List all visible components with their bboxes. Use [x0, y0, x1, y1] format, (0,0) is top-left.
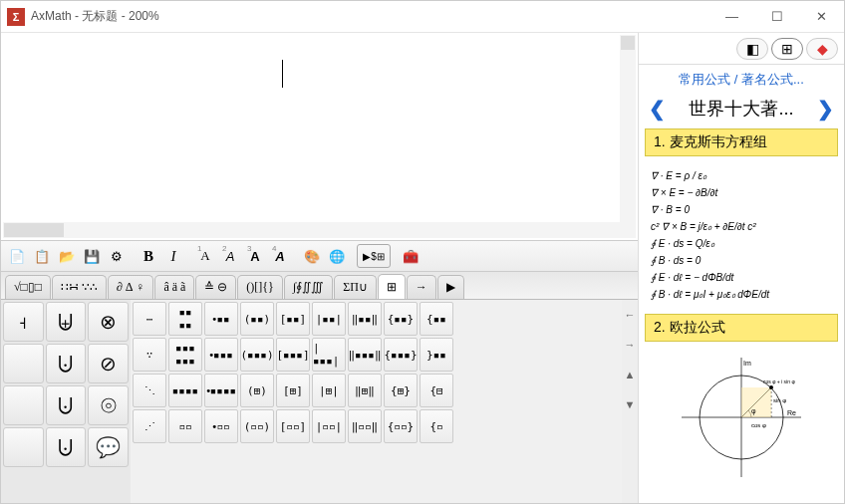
tag-tool-button[interactable]: ◆	[806, 38, 838, 60]
toolbox-button[interactable]: 🧰	[399, 244, 422, 268]
palette-scroll[interactable]: ← → ▲ ▼	[622, 300, 638, 503]
italic-button[interactable]: I	[161, 244, 185, 268]
close-button[interactable]: ✕	[799, 1, 844, 33]
tab-stacks[interactable]: ≙ ⊖	[195, 275, 236, 299]
matrix-template[interactable]: |▫▫|	[312, 409, 346, 443]
symbol-cell[interactable]: ⨃	[46, 385, 87, 425]
matrix-template[interactable]: ⋱	[133, 374, 166, 407]
matrix-template[interactable]: (▪▪▪)	[240, 338, 274, 372]
tab-matrices[interactable]: ⊞	[378, 274, 406, 299]
matrix-template[interactable]: {⊞}	[384, 374, 418, 407]
matrix-template[interactable]: (⊞)	[240, 374, 274, 407]
matrix-template[interactable]: ‖▪▪▪‖	[348, 338, 382, 372]
nav-prev-button[interactable]: ❮	[645, 97, 670, 121]
tab-templates[interactable]: √□▯□	[5, 275, 51, 299]
matrix-template[interactable]: |▪▪▪|	[312, 338, 346, 372]
matrix-template[interactable]: |⊞|	[312, 374, 346, 407]
symbol-cell[interactable]: ⨃	[46, 344, 87, 383]
tab-more[interactable]: ▶	[437, 275, 464, 299]
editor-vscrollbar[interactable]	[620, 35, 636, 238]
matrix-template[interactable]: ‖▪▪‖	[348, 302, 382, 336]
svg-text:Re: Re	[787, 409, 796, 416]
tab-accents[interactable]: â ä ã	[154, 275, 194, 299]
symbol-tabs: √□▯□ ∷∺ ∵∴ ∂ ∆ ♀ â ä ã ≙ ⊖ ()[]{} ∫∮∬∭ Σ…	[1, 272, 638, 300]
section-euler[interactable]: 2. 欧拉公式	[645, 314, 838, 342]
new-document-button[interactable]: 📄	[5, 244, 29, 268]
symbol-cell[interactable]: ⨄	[46, 302, 87, 342]
tab-sums[interactable]: ΣΠ∪	[334, 275, 377, 299]
symbol-cell[interactable]	[3, 385, 44, 425]
text-cursor	[282, 60, 283, 88]
matrix-template[interactable]: [▪▪▪]	[276, 338, 310, 372]
matrix-template[interactable]: {▫▫}	[384, 409, 418, 443]
section-maxwell[interactable]: 1. 麦克斯韦方程组	[645, 128, 838, 156]
main-toolbar: 📄 📋 📂 💾 ⚙ B I 1A 2A 3A 4A 🎨 🌐 ▶$⊞ 🧰	[1, 240, 638, 272]
maxwell-equations[interactable]: ∇ · E = ρ / ε₀ ∇ × E = − ∂B/∂t ∇ · B = 0…	[639, 162, 844, 308]
matrix-template[interactable]: ‖⊞‖	[348, 374, 382, 407]
symbol-cell[interactable]: 💬	[88, 427, 129, 467]
matrix-template[interactable]: ⋰	[133, 409, 166, 443]
matrix-template[interactable]: ⦁▪▪	[204, 302, 238, 336]
matrix-template[interactable]: {▫	[420, 409, 453, 443]
scroll-left-icon[interactable]: ←	[622, 300, 638, 330]
matrix-template[interactable]: {▪▪}	[384, 302, 418, 336]
matrix-template[interactable]: (▪▪)	[240, 302, 274, 336]
tab-operators[interactable]: ∂ ∆ ♀	[108, 275, 153, 299]
scroll-up-icon[interactable]: ▲	[622, 360, 638, 389]
matrix-template[interactable]: |▪▪|	[312, 302, 346, 336]
matrix-template[interactable]: {⊟	[420, 374, 453, 407]
tab-dots[interactable]: ∷∺ ∵∴	[52, 275, 107, 299]
matrix-template[interactable]: {▪▪	[420, 302, 453, 336]
matrix-template[interactable]: ∵	[133, 338, 166, 372]
matrix-template[interactable]: [▫▫]	[276, 409, 310, 443]
minimize-button[interactable]: —	[709, 1, 754, 33]
matrix-template[interactable]: ▪▪▪▪▪▪	[168, 338, 202, 372]
matrix-template[interactable]: ⦁▫▫	[204, 409, 238, 443]
save-button[interactable]: 💾	[80, 244, 104, 268]
matrix-template[interactable]: ⦁▪▪▪▪	[204, 374, 238, 407]
matrix-template[interactable]: ⋯	[133, 302, 166, 336]
matrix-template[interactable]: [⊞]	[276, 374, 310, 407]
symbol-cell[interactable]: ⊗	[88, 302, 129, 342]
euler-diagram[interactable]: Im Re cos φ sin φ cos φ + i sin φ φ	[639, 348, 844, 487]
matrix-template[interactable]: [▪▪]	[276, 302, 310, 336]
symbol-cell[interactable]: ⨃	[46, 427, 87, 467]
settings-button[interactable]: ⚙	[105, 244, 129, 268]
symbol-cell[interactable]: ⦾	[88, 385, 129, 425]
grid-tool-button[interactable]: ⊞	[771, 38, 803, 60]
symbol-cell[interactable]: ⊘	[88, 344, 129, 383]
matrix-template[interactable]: {▪▪▪}	[384, 338, 418, 372]
style-3-button[interactable]: 3A	[243, 244, 267, 268]
preview-button[interactable]: ▶$⊞	[357, 244, 391, 268]
maximize-button[interactable]: ☐	[754, 1, 799, 33]
editor-hscrollbar[interactable]	[3, 222, 620, 238]
style-2-button[interactable]: 2A	[218, 244, 242, 268]
eraser-tool-button[interactable]: ◧	[736, 38, 768, 60]
tab-brackets[interactable]: ()[]{}	[237, 275, 283, 299]
scroll-right-icon[interactable]: →	[622, 330, 638, 360]
symbol-cell[interactable]: ⫞	[3, 302, 44, 342]
open-button[interactable]: 📂	[55, 244, 79, 268]
matrix-template[interactable]: ▪▪▪▪	[168, 374, 202, 407]
matrix-template[interactable]: ▪▪▪▪	[168, 302, 202, 336]
color-wheel-button[interactable]: 🎨	[300, 244, 324, 268]
scroll-down-icon[interactable]: ▼	[622, 389, 638, 419]
matrix-template[interactable]: }▪▪	[420, 338, 453, 372]
symbol-cell[interactable]	[3, 427, 44, 467]
style-4-button[interactable]: 4A	[268, 244, 292, 268]
formula-breadcrumb[interactable]: 常用公式 / 著名公式...	[639, 65, 844, 95]
matrix-template[interactable]: ▫▫	[168, 409, 202, 443]
globe-button[interactable]: 🌐	[325, 244, 349, 268]
matrix-template[interactable]: ‖▫▫‖	[348, 409, 382, 443]
symbol-cell[interactable]	[3, 344, 44, 383]
tab-integrals[interactable]: ∫∮∬∭	[284, 275, 333, 299]
bold-button[interactable]: B	[137, 244, 160, 268]
matrix-template[interactable]: (▫▫)	[240, 409, 274, 443]
nav-next-button[interactable]: ❯	[813, 97, 838, 121]
tab-arrows[interactable]: →	[407, 275, 436, 299]
formula-editor[interactable]	[3, 35, 636, 238]
matrix-template[interactable]: ⦁▪▪▪	[204, 338, 238, 372]
style-1-button[interactable]: 1A	[193, 244, 217, 268]
unit-circle-plot: Im Re cos φ sin φ cos φ + i sin φ φ	[682, 358, 801, 477]
copy-button[interactable]: 📋	[30, 244, 54, 268]
